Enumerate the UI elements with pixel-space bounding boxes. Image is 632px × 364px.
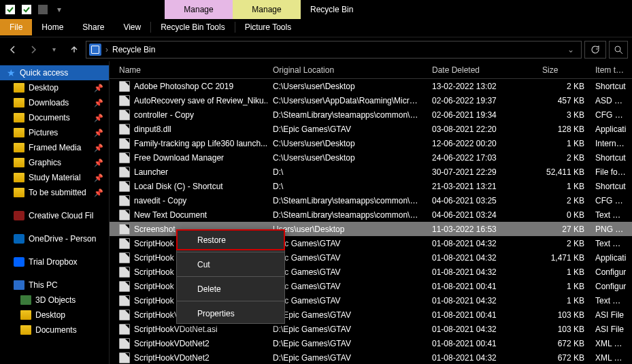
file-date: 01-08-2021 04:32 <box>427 353 537 363</box>
table-row[interactable]: dinput8.dllD:\Epic Games\GTAV03-08-2021 … <box>110 122 632 136</box>
sidebar-item-desktop[interactable]: Desktop📌 <box>0 80 109 95</box>
sidebar-dropbox[interactable]: Trial Dropbox <box>0 254 109 269</box>
table-row[interactable]: ScriptHookVDotNet2D:\Epic Games\GTAV01-0… <box>110 336 632 350</box>
file-icon <box>119 281 130 292</box>
sidebar-item-study-material[interactable]: Study Material📌 <box>0 170 109 185</box>
forward-button[interactable] <box>24 41 42 59</box>
tab-file[interactable]: File <box>0 19 32 35</box>
file-type: Shortcut <box>590 82 632 91</box>
file-size: 1 KB <box>537 282 590 291</box>
tab-recycle-bin-tools[interactable]: Recycle Bin Tools <box>151 19 235 35</box>
qat-icon-2[interactable] <box>19 2 34 17</box>
qat-icon-3[interactable] <box>35 2 50 17</box>
file-location: D:\SteamLibrary\steamapps\common\C... <box>267 210 427 220</box>
table-row[interactable]: Local Disk (C) - ShortcutD:\21-03-2021 1… <box>110 179 632 193</box>
tab-picture-tools[interactable]: Picture Tools <box>235 19 301 35</box>
star-icon: ★ <box>7 67 16 78</box>
sidebar-pc-label: This PC <box>29 280 58 290</box>
file-name: ScriptHook <box>134 253 174 263</box>
file-location: Epic Games\GTAV <box>267 296 427 305</box>
tab-view[interactable]: View <box>114 19 150 35</box>
col-size[interactable]: Size <box>537 65 590 75</box>
search-box[interactable] <box>609 41 628 59</box>
qat-icon-1[interactable] <box>3 2 18 17</box>
sidebar-onedrive[interactable]: OneDrive - Person <box>0 231 109 246</box>
up-button[interactable] <box>65 41 83 59</box>
file-size: 1 KB <box>537 267 590 277</box>
file-type: Applicati <box>590 253 632 263</box>
sidebar-item-downloads[interactable]: Downloads📌 <box>0 95 109 110</box>
file-type: Internet S <box>590 139 632 148</box>
table-row[interactable]: ScriptHookVDotNet2D:\Epic Games\GTAV01-0… <box>110 350 632 364</box>
folder-icon <box>14 173 24 182</box>
sidebar-this-pc[interactable]: This PC <box>0 278 109 293</box>
file-location: D:\ <box>267 167 427 177</box>
table-row[interactable]: controller - CopyD:\SteamLibrary\steamap… <box>110 107 632 122</box>
this-pc-icon <box>14 280 24 290</box>
file-date: 30-07-2021 22:29 <box>427 167 537 177</box>
tab-share[interactable]: Share <box>73 19 114 35</box>
folder-icon <box>20 325 31 335</box>
file-name: dinput8.dll <box>134 125 171 134</box>
file-size: 1 KB <box>537 296 590 305</box>
file-date: 01-08-2021 00:41 <box>427 282 537 291</box>
table-row[interactable]: Free Download ManagerC:\Users\user\Deskt… <box>110 150 632 165</box>
col-original-location[interactable]: Original Location <box>267 65 427 75</box>
file-name: Free Download Manager <box>134 153 224 163</box>
file-size: 1 KB <box>537 182 590 191</box>
sidebar-item-desktop[interactable]: Desktop <box>0 308 109 322</box>
sidebar-item-to-be-submitted[interactable]: To be submitted📌 <box>0 185 109 200</box>
ctx-properties[interactable]: Properties <box>177 303 284 323</box>
file-icon <box>119 295 130 306</box>
folder-icon <box>14 158 24 167</box>
refresh-button[interactable] <box>584 41 606 59</box>
file-size: 1 KB <box>537 139 590 148</box>
ctx-cut[interactable]: Cut <box>177 254 284 274</box>
sidebar-cc-label: Creative Cloud Fil <box>29 211 93 220</box>
ctx-separator <box>177 252 284 252</box>
file-size: 2 KB <box>537 82 590 91</box>
pin-icon: 📌 <box>94 114 103 122</box>
table-row[interactable]: LauncherD:\30-07-2021 22:2952,411 KBFile… <box>110 165 632 179</box>
col-name[interactable]: Name <box>110 65 267 75</box>
file-name: controller - Copy <box>134 110 194 120</box>
recent-dropdown-icon[interactable]: ▾ <box>45 41 63 59</box>
sidebar-item-documents[interactable]: Documents <box>0 322 109 337</box>
file-date: 24-06-2022 17:03 <box>427 153 537 163</box>
sidebar-quick-access[interactable]: ★ Quick access <box>0 65 109 80</box>
sidebar-item-label: To be submitted <box>29 188 86 197</box>
svg-rect-0 <box>5 5 15 14</box>
table-row[interactable]: Family-tracking app Life360 launch...C:\… <box>110 136 632 150</box>
table-row[interactable]: New Text DocumentD:\SteamLibrary\steamap… <box>110 208 632 222</box>
table-row[interactable]: Adobe Photoshop CC 2019C:\Users\user\Des… <box>110 79 632 93</box>
sidebar-item-3d-objects[interactable]: 3D Objects <box>0 293 109 308</box>
file-size: 672 KB <box>537 339 590 348</box>
manage-tab-1[interactable]: Manage <box>165 0 233 19</box>
manage-tab-2[interactable]: Manage <box>233 0 301 19</box>
table-row[interactable]: ScriptHookVDotNet.asiD:\Epic Games\GTAV0… <box>110 322 632 336</box>
table-row[interactable]: navedit - CopyD:\SteamLibrary\steamapps\… <box>110 193 632 208</box>
ctx-restore[interactable]: Restore <box>177 230 284 250</box>
sidebar-creative-cloud[interactable]: Creative Cloud Fil <box>0 208 109 223</box>
address-bar[interactable]: › Recycle Bin ⌄ <box>86 41 582 59</box>
file-size: 2 KB <box>537 153 590 163</box>
sidebar-item-graphics[interactable]: Graphics📌 <box>0 155 109 170</box>
file-icon <box>119 252 130 263</box>
file-icon <box>119 181 130 192</box>
address-dropdown-icon[interactable]: ⌄ <box>563 45 578 54</box>
file-location: D:\Epic Games\GTAV <box>267 353 427 363</box>
sidebar-item-framed-media[interactable]: Framed Media📌 <box>0 140 109 155</box>
col-date-deleted[interactable]: Date Deleted <box>427 65 537 75</box>
table-row[interactable]: AutoRecovery save of Review_Niku...C:\Us… <box>110 93 632 107</box>
back-button[interactable] <box>4 41 22 59</box>
sidebar-item-documents[interactable]: Documents📌 <box>0 110 109 125</box>
sidebar-item-pictures[interactable]: Pictures📌 <box>0 125 109 140</box>
pin-icon: 📌 <box>94 99 103 107</box>
file-type: Text Doc <box>590 210 632 220</box>
ctx-delete[interactable]: Delete <box>177 279 284 299</box>
qat-dropdown-icon[interactable]: ▾ <box>52 2 67 17</box>
tab-home[interactable]: Home <box>32 19 73 35</box>
file-date: 01-08-2021 00:41 <box>427 310 537 320</box>
col-item-type[interactable]: Item type <box>590 65 632 75</box>
sidebar-db-label: Trial Dropbox <box>29 257 78 267</box>
